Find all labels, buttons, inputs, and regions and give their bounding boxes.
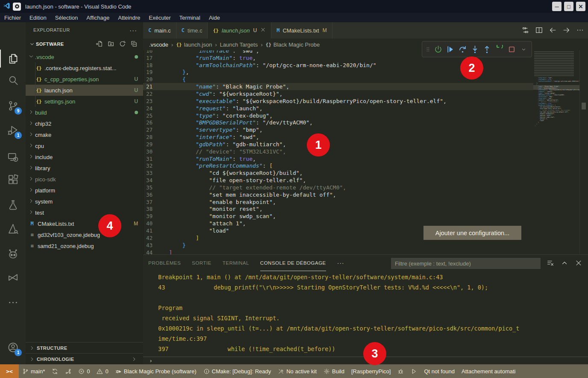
menu-terminal[interactable]: Terminal: [175, 13, 205, 22]
panel-more-icon[interactable]: ···: [337, 260, 344, 266]
add-configuration-button[interactable]: Ajouter une configuration...: [423, 226, 521, 240]
remote-indicator[interactable]: ><: [0, 364, 19, 378]
tree-item-cpu[interactable]: cpu: [26, 140, 143, 151]
close-icon[interactable]: [260, 27, 266, 34]
activity-vs-intellicode[interactable]: [0, 268, 26, 288]
tree-item-system[interactable]: system: [26, 196, 143, 207]
status-debug-configuration[interactable]: Black Magic Probe (software): [112, 364, 200, 378]
new-folder-icon[interactable]: [107, 40, 115, 48]
status-build-button[interactable]: Build: [320, 364, 348, 378]
minimap[interactable]: "interface": "swd", "runToMain": true, "…: [533, 50, 579, 254]
split-editor-icon[interactable]: [535, 26, 544, 35]
outline-section[interactable]: STRUCTURE: [26, 342, 143, 353]
tree-item-platform[interactable]: platform: [26, 185, 143, 196]
breadcrumb-black-magic-probe[interactable]: {}Black Magic Probe: [266, 41, 320, 48]
tree-item-cmake[interactable]: cmake: [26, 129, 143, 140]
tree-item-include[interactable]: include: [26, 151, 143, 162]
tab-launch-json[interactable]: {}launch.jsonU: [208, 22, 271, 38]
status-errors[interactable]: 0: [75, 364, 93, 378]
menu-atteindre[interactable]: Atteindre: [114, 13, 144, 22]
navigate-forward-icon[interactable]: [562, 26, 571, 35]
tab-debug-console[interactable]: CONSOLE DE DÉBOGAGE: [260, 255, 326, 271]
breadcrumb--vscode[interactable]: .vscode: [149, 41, 168, 48]
restart-button[interactable]: [494, 43, 505, 55]
step-into-button[interactable]: [470, 43, 480, 55]
workspace-section-header[interactable]: SOFTWARE: [26, 38, 143, 50]
activity-account[interactable]: 1: [0, 337, 26, 357]
tree-item-build[interactable]: build: [26, 107, 143, 118]
drag-handle[interactable]: [425, 43, 431, 55]
activity-more-views[interactable]: [0, 292, 26, 312]
menu-selection[interactable]: Sélection: [51, 13, 82, 22]
maximize-panel-icon[interactable]: [561, 259, 569, 267]
tree-item-cmakelists-txt[interactable]: MCMakeLists.txtM: [26, 218, 143, 229]
chevron-right-icon[interactable]: [131, 356, 139, 362]
activity-platformio[interactable]: [0, 244, 26, 264]
code-editor[interactable]: 16 "interface": "swd",17 "runToMain": tr…: [143, 50, 533, 254]
collapse-all-icon[interactable]: [130, 40, 138, 48]
maximize-button[interactable]: □: [564, 2, 573, 11]
close-panel-icon[interactable]: [575, 259, 583, 267]
activity-search[interactable]: [0, 70, 26, 90]
activity-cmake-tools[interactable]: [0, 219, 26, 239]
navigate-back-icon[interactable]: [549, 26, 557, 35]
breadcrumb-launch-json[interactable]: {}launch.json: [176, 41, 212, 48]
scrollbar-thumb[interactable]: [582, 103, 586, 109]
tree-item-launch-json[interactable]: {}launch.jsonU: [26, 85, 143, 96]
status-git-branch[interactable]: main*: [19, 364, 48, 378]
more-debug-actions[interactable]: [518, 43, 529, 55]
status-build-target[interactable]: [RaspberryPico]: [348, 364, 394, 378]
tab-output[interactable]: SORTIE: [192, 255, 212, 271]
refresh-icon[interactable]: [119, 40, 126, 48]
tree-item--cortex-debug-registers-stat-[interactable]: {}.cortex-debug.registers.stat...: [26, 62, 143, 74]
status-debug-target-button[interactable]: [394, 364, 407, 378]
activity-source-control[interactable]: 9: [0, 96, 26, 115]
status-sync[interactable]: [48, 364, 62, 378]
timeline-section[interactable]: CHRONOLOGIE: [26, 353, 143, 364]
clear-console-icon[interactable]: [547, 259, 555, 267]
stop-button[interactable]: [506, 43, 517, 55]
tree-item-pico-sdk[interactable]: pico-sdk: [26, 174, 143, 185]
tab-terminal[interactable]: TERMINAL: [223, 255, 249, 271]
tab-time-c[interactable]: Ctime.c: [176, 22, 208, 38]
tree-item-library[interactable]: library: [26, 162, 143, 174]
breadcrumb-launch-targets[interactable]: Launch Targets: [220, 41, 258, 48]
tree-item--vscode[interactable]: .vscode: [26, 51, 143, 62]
status-warnings[interactable]: 0: [93, 364, 112, 378]
tab-main-c[interactable]: Cmain.c: [143, 22, 176, 38]
filter-input[interactable]: [391, 258, 541, 269]
activity-extensions[interactable]: [0, 170, 26, 189]
status-git-graph[interactable]: [62, 364, 75, 378]
status-auto-attach[interactable]: Attachement automati: [458, 364, 519, 378]
status-cmake-status[interactable]: CMake: [Debug]: Ready: [200, 364, 275, 378]
menu-affichage[interactable]: Affichage: [82, 13, 114, 22]
tree-item-c-cpp-properties-json[interactable]: {}c_cpp_properties.jsonU: [26, 74, 143, 85]
tree-item-settings-json[interactable]: {}settings.jsonU: [26, 96, 143, 107]
activity-run-and-debug[interactable]: 1: [0, 120, 26, 140]
open-changes-icon[interactable]: [521, 26, 530, 35]
tree-item-test[interactable]: test: [26, 207, 143, 218]
more-actions-icon[interactable]: [576, 26, 585, 35]
tab-problems[interactable]: PROBLÈMES: [148, 255, 181, 271]
status-cmake-kit[interactable]: No active kit: [274, 364, 320, 378]
tree-item-samd21-ozone-jdebug[interactable]: ≡samd21_ozone.jdebug: [26, 240, 143, 251]
activity-testing[interactable]: [0, 195, 26, 215]
continue-button[interactable]: [445, 43, 456, 55]
activity-remote-explorer[interactable]: [0, 147, 26, 167]
menu-edition[interactable]: Edition: [25, 13, 51, 22]
menu-aide[interactable]: Aide: [205, 13, 224, 22]
step-out-button[interactable]: [482, 43, 493, 55]
close-button[interactable]: ✕: [576, 2, 585, 11]
status-qt-status[interactable]: Qt not found: [420, 364, 458, 378]
step-over-button[interactable]: [457, 43, 468, 55]
tree-item-gd32vf103-ozone-jdebug[interactable]: ≡gd32vf103_ozone.jdebug: [26, 229, 143, 240]
new-file-icon[interactable]: [96, 40, 103, 48]
activity-explorer[interactable]: [0, 49, 26, 68]
minimize-button[interactable]: ─: [552, 2, 562, 11]
tab-cmakelists[interactable]: MCMakeLists.txtM: [271, 22, 332, 38]
menu-executer[interactable]: Exécuter: [144, 13, 175, 22]
sidebar-more-icon[interactable]: ···: [129, 27, 137, 34]
power-button[interactable]: [433, 43, 444, 55]
menu-fichier[interactable]: Fichier: [0, 13, 25, 22]
status-run-target-button[interactable]: [407, 364, 420, 378]
